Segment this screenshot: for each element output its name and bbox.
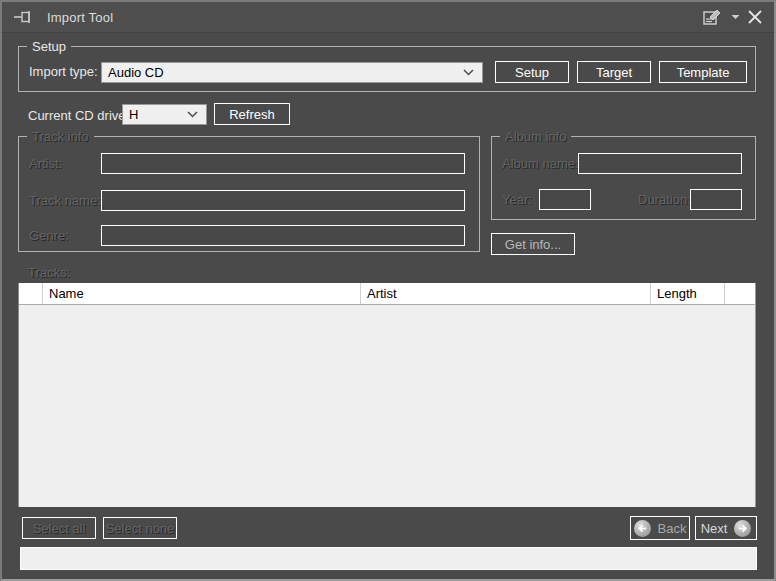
genre-field[interactable]: [101, 225, 465, 246]
back-arrow-icon: [634, 520, 651, 537]
year-label: Year:: [502, 192, 532, 207]
select-all-button[interactable]: Select all: [22, 517, 96, 539]
status-bar: [20, 547, 757, 570]
tracks-table-header: Name Artist Length: [19, 283, 755, 305]
album-info-group-label: Album info: [500, 129, 571, 144]
duration-label: Duration:: [638, 192, 691, 207]
import-type-value: Audio CD: [108, 65, 463, 80]
genre-label: Genre:: [29, 228, 69, 243]
next-button-label: Next: [701, 521, 728, 536]
track-info-group-label: Track info: [27, 129, 94, 144]
column-header-artist[interactable]: Artist: [361, 283, 651, 304]
track-info-group: Track info Artist: Track name: Genre:: [18, 136, 480, 252]
setup-button[interactable]: Setup: [495, 61, 569, 83]
cd-drive-value: H: [129, 107, 187, 122]
column-header-name[interactable]: Name: [43, 283, 361, 304]
edit-document-icon[interactable]: [703, 9, 723, 26]
setup-group-label: Setup: [27, 39, 71, 54]
next-arrow-icon: [734, 520, 751, 537]
combo-chevron-icon: [187, 111, 198, 118]
import-tool-window: Import Tool Setup I: [0, 0, 776, 581]
cd-drive-combobox[interactable]: H: [122, 104, 207, 125]
chevron-down-icon[interactable]: [731, 14, 740, 20]
back-button[interactable]: Back: [630, 516, 690, 540]
pin-icon[interactable]: [14, 10, 33, 24]
column-header-spacer: [725, 283, 755, 304]
target-button[interactable]: Target: [577, 61, 651, 83]
artist-label: Artist:: [29, 156, 62, 171]
import-type-combobox[interactable]: Audio CD: [101, 62, 483, 83]
combo-chevron-icon: [463, 69, 474, 76]
tracks-label: Tracks:: [28, 265, 70, 280]
back-button-label: Back: [658, 521, 687, 536]
next-button[interactable]: Next: [695, 516, 757, 540]
tracks-table: Name Artist Length: [18, 283, 756, 507]
track-name-label: Track name:: [29, 193, 101, 208]
track-name-field[interactable]: [101, 190, 465, 211]
cd-drive-label: Current CD drive:: [28, 108, 129, 123]
column-header-length[interactable]: Length: [651, 283, 725, 304]
template-button[interactable]: Template: [659, 61, 747, 83]
close-icon[interactable]: [748, 10, 762, 24]
import-type-label: Import type:: [29, 64, 98, 79]
get-info-button[interactable]: Get info...: [491, 233, 575, 255]
titlebar[interactable]: Import Tool: [2, 2, 774, 33]
artist-field[interactable]: [101, 153, 465, 174]
window-title: Import Tool: [47, 10, 113, 25]
album-name-field[interactable]: [578, 153, 742, 174]
album-name-label: Album name:: [502, 156, 579, 171]
column-header-checkbox[interactable]: [19, 283, 43, 304]
year-field[interactable]: [539, 189, 591, 210]
refresh-button[interactable]: Refresh: [214, 103, 290, 125]
select-none-button[interactable]: Select none: [103, 517, 177, 539]
album-info-group: Album info Album name: Year: Duration:: [491, 136, 756, 220]
tracks-table-body[interactable]: [19, 305, 755, 506]
duration-field[interactable]: [690, 189, 742, 210]
setup-group: Setup Import type: Audio CD Setup Target…: [18, 46, 756, 92]
